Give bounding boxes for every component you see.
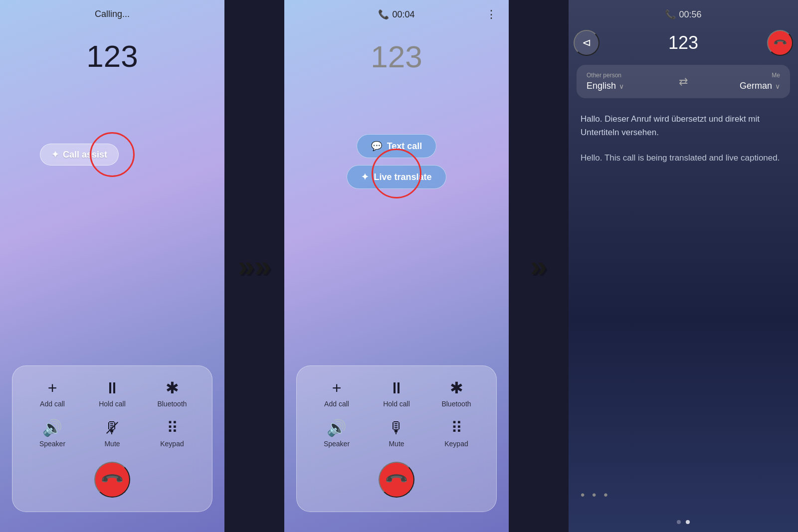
panel1-controls-panel: + Add call ⏸ Hold call ✱ Bluetooth 🔊 Spe… bbox=[12, 365, 212, 512]
panel1-end-call-button[interactable]: 📞 bbox=[94, 462, 130, 498]
p2-mute-control[interactable]: 🎙 Mute bbox=[367, 420, 426, 448]
loading-dots: • • • bbox=[581, 488, 786, 502]
other-person-lang-selector[interactable]: English ∨ bbox=[587, 81, 671, 91]
other-lang-text: English bbox=[587, 81, 616, 91]
p2-hold-call-label: Hold call bbox=[383, 400, 410, 408]
add-call-label: Add call bbox=[40, 400, 65, 408]
p2-mute-label: Mute bbox=[389, 440, 404, 448]
mute-label: Mute bbox=[104, 440, 120, 448]
add-call-icon: + bbox=[48, 380, 57, 396]
panel2-end-call-button[interactable]: 📞 bbox=[379, 462, 414, 498]
hold-call-icon: ⏸ bbox=[104, 380, 120, 396]
arrow-1: »» bbox=[238, 251, 271, 281]
panel1-end-call-wrapper: 📞 bbox=[22, 462, 202, 498]
transcript-english: Hello. This call is being translated and… bbox=[581, 151, 786, 165]
call-assist-label: Call assist bbox=[63, 150, 107, 160]
mute-icon: 🎙 bbox=[104, 420, 120, 436]
speaker-control[interactable]: 🔊 Speaker bbox=[22, 420, 82, 448]
me-lang-selector[interactable]: German ∨ bbox=[740, 81, 780, 91]
bluetooth-control[interactable]: ✱ Bluetooth bbox=[142, 380, 202, 408]
calling-text: Calling... bbox=[95, 9, 130, 19]
panel-1-calling: Calling... 123 ✦ Call assist + Add call … bbox=[0, 0, 224, 532]
p2-speaker-icon: 🔊 bbox=[327, 420, 347, 436]
text-call-icon: 💬 bbox=[371, 141, 382, 152]
language-selector-bar: Other person English ∨ ⇄ Me German ∨ bbox=[577, 65, 790, 98]
panel1-controls-grid: + Add call ⏸ Hold call ✱ Bluetooth 🔊 Spe… bbox=[22, 380, 202, 448]
keypad-control[interactable]: ⠿ Keypad bbox=[142, 420, 202, 448]
arrow-2: » bbox=[530, 251, 547, 281]
speaker-label: Speaker bbox=[39, 440, 65, 448]
panel3-end-call-button[interactable]: 📞 bbox=[767, 30, 793, 56]
panel1-screen: Calling... 123 ✦ Call assist + Add call … bbox=[0, 0, 224, 532]
call-assist-wrapper: ✦ Call assist bbox=[0, 144, 224, 166]
swap-languages-icon[interactable]: ⇄ bbox=[671, 75, 696, 88]
p2-bluetooth-control[interactable]: ✱ Bluetooth bbox=[426, 380, 486, 408]
add-call-control[interactable]: + Add call bbox=[22, 380, 82, 408]
transcript-area: Hallo. Dieser Anruf wird übersetzt und d… bbox=[569, 102, 798, 512]
panel3-header: 📞 00:56 bbox=[569, 0, 798, 25]
back-icon: ⊲ bbox=[582, 36, 591, 49]
panel2-controls-panel: + Add call ⏸ Hold call ✱ Bluetooth 🔊 Spe… bbox=[296, 365, 497, 512]
p2-add-call-control[interactable]: + Add call bbox=[307, 380, 367, 408]
hold-call-control[interactable]: ⏸ Hold call bbox=[82, 380, 142, 408]
panel2-controls-grid: + Add call ⏸ Hold call ✱ Bluetooth 🔊 Spe… bbox=[307, 380, 486, 448]
transcript-spacer bbox=[581, 173, 786, 488]
bluetooth-label: Bluetooth bbox=[157, 400, 187, 408]
keypad-label: Keypad bbox=[160, 440, 184, 448]
panel3-phone-icon: 📞 bbox=[665, 9, 676, 20]
panel2-end-call-wrapper: 📞 bbox=[307, 462, 486, 498]
mute-control[interactable]: 🎙 Mute bbox=[82, 420, 142, 448]
page-indicator-dots bbox=[569, 512, 798, 532]
p2-speaker-label: Speaker bbox=[324, 440, 350, 448]
p2-end-call-icon: 📞 bbox=[384, 467, 409, 493]
panel2-screen: 📞 00:04 ⋮ 123 💬 Text call ✦ Live transla… bbox=[284, 0, 509, 532]
p2-mute-icon: 🎙 bbox=[389, 420, 404, 436]
p2-bluetooth-label: Bluetooth bbox=[441, 400, 471, 408]
arrow-2-container: » bbox=[509, 0, 569, 532]
panel3-caller-id: 123 bbox=[599, 32, 767, 53]
arrow-1-container: »» bbox=[224, 0, 284, 532]
live-translate-icon: ✦ bbox=[361, 172, 369, 182]
call-assist-button[interactable]: ✦ Call assist bbox=[40, 144, 119, 166]
panel2-caller-id: 123 bbox=[371, 39, 422, 74]
keypad-icon: ⠿ bbox=[167, 420, 178, 436]
live-translate-highlight-circle bbox=[372, 149, 421, 198]
panel1-status-bar: Calling... bbox=[0, 0, 224, 23]
other-person-label: Other person bbox=[587, 72, 671, 79]
other-person-section: Other person English ∨ bbox=[587, 72, 671, 91]
dot-1 bbox=[677, 520, 681, 524]
p2-hold-call-control[interactable]: ⏸ Hold call bbox=[367, 380, 426, 408]
panel2-timer: 00:04 bbox=[392, 9, 414, 20]
p2-add-call-icon: + bbox=[332, 380, 342, 396]
me-label: Me bbox=[772, 72, 780, 79]
end-call-icon: 📞 bbox=[100, 467, 125, 493]
transcript-german: Hallo. Dieser Anruf wird übersetzt und d… bbox=[581, 112, 786, 139]
speaker-icon: 🔊 bbox=[42, 420, 62, 436]
me-lang-chevron: ∨ bbox=[775, 82, 780, 90]
panel-3-translate: 📞 00:56 ⊲ 123 📞 Other person English ∨ ⇄… bbox=[569, 0, 798, 532]
p2-keypad-control[interactable]: ⠿ Keypad bbox=[426, 420, 486, 448]
caller-row-panel3: ⊲ 123 📞 bbox=[569, 25, 798, 61]
sparkle-icon: ✦ bbox=[51, 149, 59, 160]
hold-call-label: Hold call bbox=[99, 400, 126, 408]
p2-keypad-icon: ⠿ bbox=[451, 420, 462, 436]
p2-hold-call-icon: ⏸ bbox=[389, 380, 404, 396]
panel1-caller-id: 123 bbox=[86, 38, 138, 74]
me-lang-text: German bbox=[740, 81, 772, 91]
dot-2-active bbox=[686, 520, 690, 524]
p2-add-call-label: Add call bbox=[324, 400, 349, 408]
live-translate-wrapper: ✦ Live translate bbox=[347, 158, 446, 189]
p2-keypad-label: Keypad bbox=[444, 440, 468, 448]
back-button[interactable]: ⊲ bbox=[574, 30, 599, 56]
p2-bluetooth-icon: ✱ bbox=[450, 380, 463, 396]
panel3-end-icon: 📞 bbox=[772, 35, 788, 50]
panel3-timer: 00:56 bbox=[679, 9, 701, 20]
me-section: Me German ∨ bbox=[696, 72, 780, 91]
p2-speaker-control[interactable]: 🔊 Speaker bbox=[307, 420, 367, 448]
panel-2-active-call: 📞 00:04 ⋮ 123 💬 Text call ✦ Live transla… bbox=[284, 0, 509, 532]
menu-dots-p2[interactable]: ⋮ bbox=[486, 8, 497, 21]
bluetooth-icon: ✱ bbox=[166, 380, 179, 396]
other-lang-chevron: ∨ bbox=[619, 82, 624, 90]
phone-icon-p2: 📞 bbox=[378, 9, 389, 20]
panel2-status-bar: 📞 00:04 ⋮ bbox=[284, 0, 509, 24]
